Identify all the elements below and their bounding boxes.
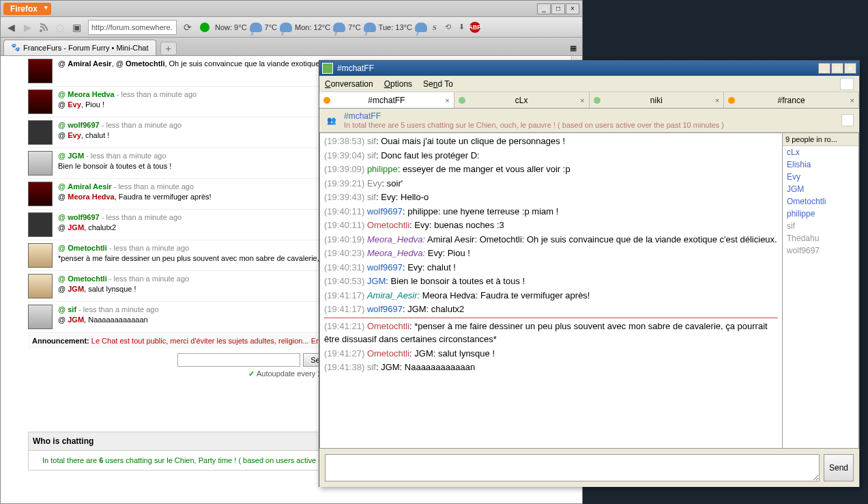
minimize-button[interactable]: _ (537, 3, 551, 14)
status-bullet-icon (323, 97, 330, 104)
irc-line: (19:40:19) Meora_Hedva: Amiral Aesir: Om… (324, 233, 778, 247)
user-list-item[interactable]: cLx (783, 146, 858, 158)
user-list-header: 9 people in ro... (783, 133, 858, 146)
user-list-item[interactable]: Elishia (783, 158, 858, 171)
user-list-item[interactable]: philippe (783, 208, 858, 220)
tab-groups-icon[interactable]: ▦ (567, 41, 579, 55)
new-message-divider (324, 318, 778, 318)
mention[interactable]: Evy (68, 100, 81, 109)
close-button[interactable]: × (844, 63, 856, 74)
irc-window: #mchatFF _ □ × Conversation Options Send… (319, 60, 860, 487)
username-link[interactable]: Ometochtli (58, 275, 107, 283)
irc-tab[interactable]: niki× (590, 92, 725, 108)
close-tab-icon[interactable]: × (715, 96, 719, 104)
back-button[interactable]: ◀ (3, 20, 18, 35)
mention[interactable]: Evy (68, 131, 81, 139)
username-link[interactable]: Meora Hedva (58, 90, 115, 98)
user-list-item[interactable]: Ometochtli (783, 195, 858, 208)
user-list: 9 people in ro... cLxElishiaEvyJGMOmetoc… (783, 132, 859, 449)
app-icon (322, 63, 333, 74)
irc-line: (19:41:17) Amiral_Aesir: Meora Hedva: Fa… (324, 289, 778, 303)
mention[interactable]: Meora Hedva (68, 193, 114, 201)
user-list-item[interactable]: Evy (783, 171, 858, 183)
irc-line: (19:38:53) sif: Ouai mais j'ai toute un … (324, 135, 778, 148)
nick[interactable]: wolf9697 (367, 304, 403, 314)
weather-widget[interactable]: Now: 9°C 7°C Mon: 12°C 7°C Tue: 13°C (215, 23, 427, 32)
irc-titlebar[interactable]: #mchatFF _ □ × (319, 61, 859, 76)
username-link[interactable]: Ometochtli (58, 244, 107, 252)
irc-line: (19:39:21) Evy: soir' (324, 177, 778, 191)
mention[interactable]: JGM (68, 285, 84, 293)
browser-tab[interactable]: 🐾 FranceFurs - Forum Furry • Mini-Chat (3, 40, 156, 55)
username-link[interactable]: JGM (58, 152, 84, 160)
username-link[interactable]: wolf9697 (58, 121, 100, 129)
irc-input[interactable] (325, 454, 820, 481)
menu-conversation[interactable]: Conversation (325, 79, 373, 89)
adblock-icon[interactable]: ABP (469, 22, 480, 33)
nick[interactable]: sif (367, 362, 376, 372)
user-list-item[interactable]: JGM (783, 183, 858, 195)
close-tab-icon[interactable]: × (580, 96, 584, 104)
people-icon: 👥 (325, 113, 338, 127)
status-indicator-icon (200, 23, 209, 32)
nick[interactable]: Ometochtli (367, 348, 409, 359)
nick[interactable]: Evy (367, 178, 382, 188)
user-list-item[interactable]: wolf9697 (783, 244, 858, 257)
maximize-button[interactable]: □ (551, 3, 565, 14)
url-bar[interactable]: http://forum.somewhere. (88, 20, 177, 35)
irc-tab[interactable]: #france× (724, 92, 859, 108)
minimize-button[interactable]: _ (818, 63, 830, 74)
sync-icon[interactable]: ⟲ (442, 21, 454, 33)
stylish-icon[interactable]: S (429, 21, 441, 33)
channel-topic: 👥 #mchatFF In total there are 5 users ch… (319, 109, 859, 132)
close-tab-icon[interactable]: × (850, 96, 854, 104)
nick[interactable]: Meora_Hedva: (367, 234, 425, 244)
irc-menubar: Conversation Options Send To (319, 76, 859, 92)
nick[interactable]: sif (367, 136, 376, 146)
rain-icon (364, 23, 376, 32)
irc-tab[interactable]: #mchatFF× (319, 92, 454, 108)
mention[interactable]: JGM (68, 316, 84, 324)
nick[interactable]: sif (367, 150, 376, 160)
download-icon[interactable]: ⬇ (456, 21, 468, 33)
chat-input[interactable] (177, 353, 300, 367)
status-bullet-icon (459, 97, 465, 104)
nick[interactable]: Ometochtli (367, 321, 409, 331)
nick[interactable]: Ometochtli (367, 220, 409, 230)
nick[interactable]: philippe (367, 164, 398, 174)
user-list-item[interactable]: sif (783, 220, 858, 232)
forward-button[interactable]: ▶ (20, 20, 35, 35)
new-tab-button[interactable]: + (160, 42, 177, 55)
maximize-button[interactable]: □ (831, 63, 843, 74)
irc-line: (19:40:23) Meora_Hedva: Evy: Piou ! (324, 247, 778, 260)
nick[interactable]: wolf9697 (367, 262, 403, 272)
mention[interactable]: JGM (68, 223, 84, 232)
irc-tab[interactable]: cLx× (454, 92, 590, 108)
nick[interactable]: Meora_Hedva: (367, 248, 425, 258)
nick[interactable]: JGM (367, 276, 386, 286)
user-list-item[interactable]: Thedahu (783, 232, 858, 244)
expand-icon[interactable] (841, 114, 854, 126)
detach-icon[interactable] (840, 78, 854, 90)
irc-send-button[interactable]: Send (824, 454, 854, 481)
menu-send-to[interactable]: Send To (423, 79, 453, 89)
irc-message-log[interactable]: (19:38:53) sif: Ouai mais j'ai toute un … (319, 132, 783, 449)
username-link[interactable]: Amiral Aesir (58, 182, 112, 191)
weather-now: Now: 9°C (215, 23, 247, 31)
firefox-menu-button[interactable]: Firefox (3, 3, 51, 15)
nick[interactable]: Amiral_Aesir: (367, 290, 420, 300)
screenshot-icon[interactable]: ▣ (69, 20, 84, 35)
username-link[interactable]: sif (58, 305, 76, 313)
irc-tabs: #mchatFF×cLx×niki×#france× (319, 92, 859, 109)
reload-button[interactable]: ⟳ (181, 20, 194, 34)
favicon-icon: 🐾 (11, 43, 20, 53)
close-tab-icon[interactable]: × (445, 96, 449, 104)
nick[interactable]: sif (367, 192, 376, 202)
menu-options[interactable]: Options (384, 79, 412, 89)
avatar (28, 274, 53, 298)
nick[interactable]: wolf9697 (367, 206, 403, 216)
close-button[interactable]: × (566, 3, 579, 14)
username-link[interactable]: wolf9697 (58, 213, 100, 221)
avatar (28, 212, 53, 237)
rss-icon[interactable] (36, 20, 51, 35)
